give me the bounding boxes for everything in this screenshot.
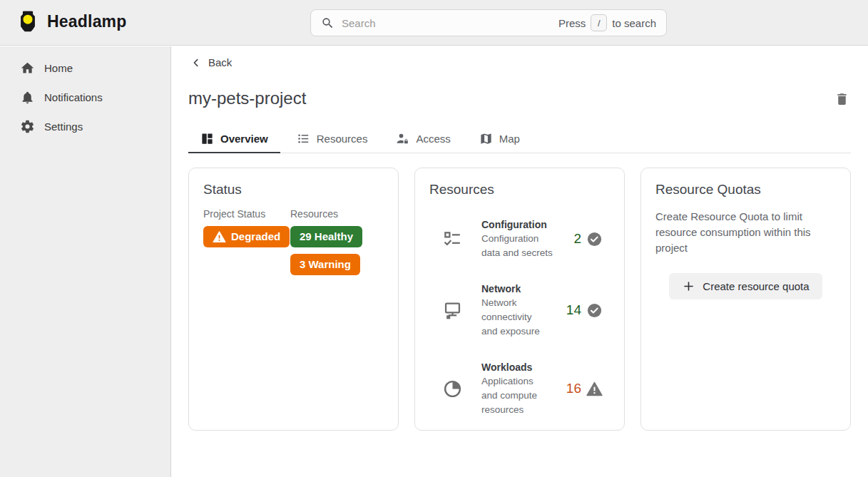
resources-status-column: Resources 29 Healthy 3 Warning	[290, 208, 362, 275]
sidebar-item-label: Settings	[44, 120, 83, 133]
status-card: Status Project Status Degraded Resources…	[188, 168, 399, 431]
person-lock-icon	[396, 132, 409, 145]
resource-name: Network	[481, 282, 548, 296]
resources-card-title: Resources	[429, 182, 610, 198]
resource-name: Workloads	[481, 360, 548, 374]
sidebar-item-settings[interactable]: Settings	[0, 112, 170, 141]
hint-suffix: to search	[612, 17, 656, 29]
home-icon	[20, 61, 35, 76]
headlamp-logo[interactable]: Headlamp	[16, 9, 127, 34]
network-icon	[442, 300, 463, 321]
create-resource-quota-button[interactable]: Create resource quota	[669, 273, 822, 299]
dashboard-icon	[200, 132, 214, 145]
healthy-count-badge: 29 Healthy	[290, 226, 362, 247]
badge-label: 3 Warning	[300, 258, 351, 271]
check-circle-icon	[586, 302, 603, 319]
plus-icon	[682, 279, 695, 293]
badge-label: Degraded	[231, 230, 280, 243]
topbar: Headlamp Press / to search	[0, 0, 868, 46]
tab-map[interactable]: Map	[467, 125, 532, 153]
resource-count: 14	[566, 302, 581, 318]
checklist-icon	[442, 229, 463, 250]
status-card-title: Status	[203, 182, 384, 198]
resources-card: Resources Configuration Configuration da…	[414, 168, 625, 431]
slash-keycap: /	[591, 14, 607, 31]
tab-resources[interactable]: Resources	[285, 125, 380, 153]
search-shortcut-hint: Press / to search	[558, 14, 656, 31]
column-label: Project Status	[203, 208, 290, 220]
global-search[interactable]: Press / to search	[310, 9, 667, 36]
button-label: Create resource quota	[703, 280, 809, 292]
quotas-description: Create Resource Quota to limit resource …	[655, 209, 836, 256]
delete-project-button[interactable]	[833, 90, 851, 111]
app-title: Headlamp	[47, 12, 127, 31]
check-circle-icon	[586, 231, 603, 247]
search-icon	[321, 16, 335, 30]
resource-description: Network connectivity and exposure	[481, 296, 548, 339]
pie-chart-icon	[442, 379, 463, 399]
back-button[interactable]: Back	[188, 53, 235, 71]
sidebar-item-notifications[interactable]: Notifications	[0, 83, 170, 112]
tab-overview[interactable]: Overview	[188, 125, 280, 153]
bell-icon	[20, 90, 35, 105]
gear-icon	[20, 119, 35, 134]
hint-prefix: Press	[558, 17, 586, 29]
chevron-left-icon	[191, 58, 201, 68]
tab-label: Resources	[317, 133, 368, 145]
tab-access[interactable]: Access	[384, 125, 462, 153]
resource-description: Applications and compute resources	[481, 374, 548, 417]
sidebar: Home Notifications Settings	[0, 46, 171, 477]
tab-label: Map	[499, 133, 520, 145]
headlamp-logo-icon	[16, 9, 40, 34]
map-icon	[479, 132, 493, 145]
resource-row-configuration[interactable]: Configuration Configuration data and sec…	[429, 217, 610, 260]
project-status-column: Project Status Degraded	[203, 208, 290, 275]
resource-count: 16	[566, 381, 581, 396]
degraded-status-badge: Degraded	[203, 226, 290, 247]
project-tabs: Overview Resources Access Map	[188, 125, 851, 153]
sidebar-item-label: Home	[44, 62, 73, 74]
page-title: my-pets-project	[188, 88, 306, 108]
tab-label: Overview	[220, 133, 268, 145]
resource-count: 2	[573, 231, 581, 247]
tab-label: Access	[416, 133, 450, 145]
sidebar-item-home[interactable]: Home	[0, 53, 170, 83]
list-icon	[297, 132, 310, 145]
trash-icon	[834, 91, 849, 107]
back-label: Back	[208, 56, 232, 68]
sidebar-item-label: Notifications	[44, 91, 103, 103]
resource-name: Configuration	[481, 217, 555, 232]
resource-description: Configuration data and secrets	[481, 232, 555, 260]
main-content: Back my-pets-project Overview Resources	[172, 46, 868, 477]
resource-quotas-card: Resource Quotas Create Resource Quota to…	[640, 168, 851, 431]
resource-row-workloads[interactable]: Workloads Applications and compute resou…	[429, 360, 610, 417]
warning-icon	[213, 231, 226, 243]
column-label: Resources	[290, 208, 362, 220]
badge-label: 29 Healthy	[300, 230, 353, 243]
warning-triangle-icon	[586, 381, 603, 396]
quotas-card-title: Resource Quotas	[655, 182, 836, 198]
warning-count-badge: 3 Warning	[290, 254, 360, 275]
resource-row-network[interactable]: Network Network connectivity and exposur…	[429, 282, 610, 339]
search-input[interactable]	[342, 17, 551, 29]
